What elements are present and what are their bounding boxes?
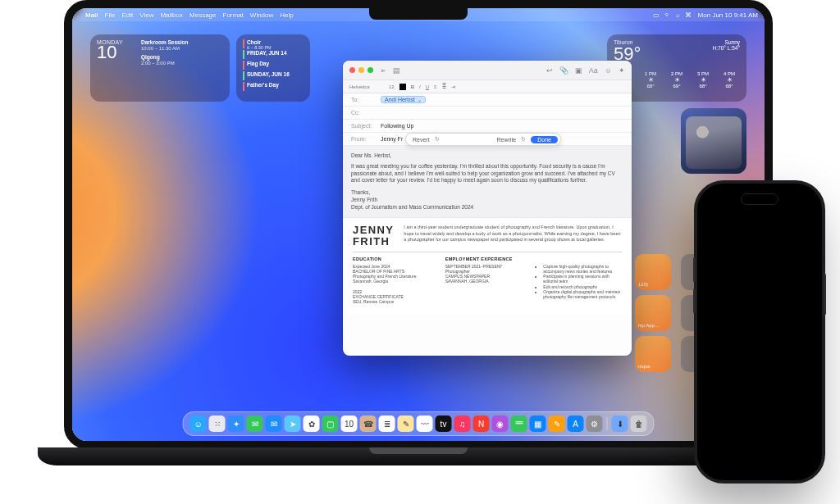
rewrite-reload-icon[interactable]: ↻ (521, 136, 526, 143)
resume-first-name: JENNY (353, 225, 394, 235)
revert-reload-icon[interactable]: ↻ (435, 136, 440, 143)
align-button[interactable]: ≡ (434, 84, 437, 89)
font-size-select[interactable]: 12 (389, 84, 395, 89)
menubar-item-edit[interactable]: Edit (121, 11, 133, 19)
dock-news-icon[interactable]: N (473, 415, 490, 432)
agenda-item[interactable]: SUNDAY, JUN 16 (243, 71, 304, 80)
minimize-button[interactable] (358, 67, 364, 73)
reply-icon[interactable]: ↩︎ (546, 66, 553, 75)
rewrite-button[interactable]: Rewrite (497, 137, 517, 143)
menubar-item-window[interactable]: Window (250, 11, 273, 19)
close-button[interactable] (349, 67, 355, 73)
dock-reminders-icon[interactable]: ≣ (379, 415, 395, 432)
format-icon[interactable]: Aa (589, 66, 598, 75)
dock-notes-icon[interactable]: ✎ (398, 415, 414, 432)
dock-mail-icon[interactable]: ✉ (266, 415, 282, 432)
dock-tv-icon[interactable]: tv (436, 415, 452, 432)
body-greeting: Dear Ms. Herbst, (351, 152, 623, 160)
menubar-item-format[interactable]: Format (223, 11, 244, 19)
menubar-item-mailbox[interactable]: Mailbox (160, 11, 183, 19)
dock-finder-icon[interactable]: ☺ (190, 415, 207, 432)
dock-launchpad-icon[interactable]: ⁙ (209, 415, 226, 432)
dock-numbers-icon[interactable]: 𝍡 (511, 415, 527, 432)
done-button[interactable]: Done (531, 136, 558, 143)
agenda-item[interactable]: FRIDAY, JUN 14 (243, 50, 304, 59)
bold-button[interactable]: B (411, 84, 414, 89)
dock-settings-icon[interactable]: ⚙ (587, 415, 603, 432)
tile-b[interactable]: hip App… (635, 295, 671, 331)
indent-button[interactable]: ⇥ (451, 84, 455, 89)
dock-trash-icon[interactable]: 🗑 (631, 415, 647, 432)
calendar-widget[interactable]: MONDAY 10 Darkroom Session10:00 – 11:30 … (90, 34, 230, 102)
photos-widget[interactable] (681, 108, 746, 174)
writing-tools-popover: Revert ↻ Rewrite ↻ Done (405, 133, 561, 146)
dock-maps-icon[interactable]: ➤ (285, 415, 301, 432)
dock-photos-icon[interactable]: ✿ (304, 415, 320, 432)
resume-bullet: Organize digital photographs and maintai… (543, 289, 622, 300)
agenda-widget[interactable]: Choir6 – 8:30 PMFRIDAY, JUN 14Flag DaySU… (236, 34, 310, 102)
search-icon[interactable]: ⌕ (676, 11, 680, 19)
agenda-item[interactable]: Father's Day (243, 82, 304, 91)
dock-calendar-icon[interactable]: 10 (341, 415, 358, 432)
cc-field[interactable]: Cc: (343, 107, 632, 120)
dock-music-icon[interactable]: ♫ (454, 415, 471, 432)
tile-a[interactable]: 120) (635, 254, 671, 290)
menubar-app-name[interactable]: Mail (85, 11, 98, 19)
menubar-item-message[interactable]: Message (189, 11, 216, 19)
to-field-label: To: (351, 97, 376, 102)
dock-pages-icon[interactable]: ✎ (549, 415, 565, 432)
resume-divider (353, 252, 622, 252)
font-family-select[interactable]: Helvetica (349, 84, 384, 89)
forecast-hour: 3 PM☀︎68° (692, 71, 714, 89)
text-color-swatch[interactable] (399, 84, 406, 90)
recipient-token[interactable]: Andi Herbst ⌄ (381, 96, 426, 103)
attach-icon[interactable]: 📎 (559, 66, 568, 75)
weather-hilo: H:70° L:54° (713, 45, 740, 51)
agenda-item[interactable]: Choir6 – 8:30 PM (243, 39, 304, 48)
from-field[interactable]: From: Jenny Fr Revert ↻ Rewrite ↻ Done (343, 133, 632, 146)
tile-c[interactable]: nique (635, 336, 671, 372)
resume-education-body: Expected June 2024 BACHELOR OF FINE ARTS… (353, 264, 437, 305)
dock-safari-icon[interactable]: ✦ (228, 415, 244, 432)
dock-keynote-icon[interactable]: ▦ (530, 415, 546, 432)
to-field[interactable]: To: Andi Herbst ⌄ (343, 93, 632, 107)
dock-downloads-icon[interactable]: ⬇ (612, 415, 628, 432)
calendar-event[interactable]: Darkroom Session10:00 – 11:30 AM (141, 39, 223, 52)
subject-field[interactable]: Subject: Following Up (343, 120, 632, 133)
dock-facetime-icon[interactable]: ▢ (322, 415, 339, 432)
header-options-icon[interactable]: ▤ (393, 66, 400, 75)
stage-manager-stack: 120) hip App… nique (635, 254, 671, 372)
body-paragraph-1: It was great meeting you for coffee yest… (351, 163, 623, 184)
list-button[interactable]: ≣ (442, 84, 446, 89)
dock-messages-icon[interactable]: ✉ (247, 415, 263, 432)
underline-button[interactable]: U (426, 84, 429, 89)
compose-body[interactable]: Dear Ms. Herbst, It was great meeting yo… (343, 146, 632, 217)
dock-appstore-icon[interactable]: A (568, 415, 584, 432)
chevron-down-icon[interactable]: ⌄ (418, 97, 422, 102)
emoji-icon[interactable]: ☺ (605, 66, 612, 75)
dock-podcasts-icon[interactable]: ◉ (492, 415, 509, 432)
from-value: Jenny Fr (381, 136, 403, 142)
compose-toolbar: ➢ ▤ ↩︎ 📎 ▣ Aa ☺ ✦ (343, 61, 632, 80)
menubar-item-view[interactable]: View (139, 11, 153, 19)
send-icon[interactable]: ➢ (380, 66, 386, 75)
revert-button[interactable]: Revert (413, 137, 430, 143)
iphone-volume-up (693, 257, 696, 282)
wifi-status-icon[interactable]: ᯤ (664, 11, 671, 19)
menubar-item-help[interactable]: Help (280, 11, 293, 19)
forecast-hour: 1 PM☀︎68° (640, 71, 661, 89)
control-center-icon[interactable]: ⌘ (685, 11, 692, 19)
zoom-button[interactable] (368, 67, 373, 73)
writing-tools-icon[interactable]: ✦ (619, 66, 625, 75)
battery-status-icon[interactable]: ▭ (653, 11, 660, 19)
calendar-weekday: MONDAY (97, 39, 138, 45)
photo-attach-icon[interactable]: ▣ (575, 66, 582, 75)
calendar-event[interactable]: Qigong2:00 – 3:00 PM (141, 54, 223, 67)
menubar-clock[interactable]: Mon Jun 10 9:41 AM (698, 11, 758, 19)
menubar-item-file[interactable]: File (105, 11, 116, 19)
dock-freeform-icon[interactable]: 〰 (417, 415, 433, 432)
italic-button[interactable]: I (419, 84, 421, 89)
dock-contacts-icon[interactable]: ☎ (360, 415, 377, 432)
agenda-item[interactable]: Flag Day (243, 61, 304, 70)
weather-location: Tiburon (614, 39, 641, 45)
